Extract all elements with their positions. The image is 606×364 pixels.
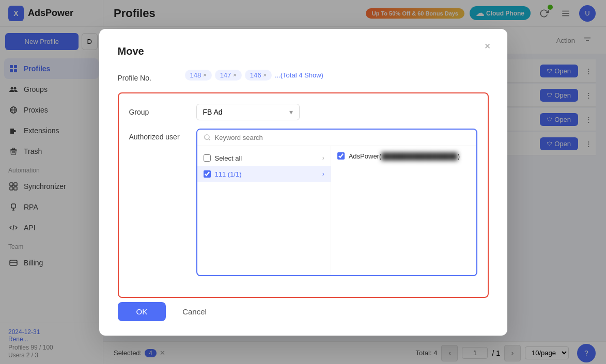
remove-tag-147[interactable]: ×	[233, 72, 236, 78]
search-icon	[204, 134, 211, 141]
group-select-value: FB Ad	[203, 108, 223, 116]
right-user-email: ████████████████	[381, 152, 457, 160]
profile-tag-148: 148 ×	[185, 70, 212, 81]
modal-actions: OK Cancel	[118, 302, 489, 321]
group-row: Group FB Ad ▾	[129, 104, 477, 120]
auth-user-label: Authorized user	[129, 129, 196, 141]
group-111-label: 111 (1/1)	[215, 170, 242, 178]
select-all-item[interactable]: Select all ›	[197, 150, 331, 166]
right-user-checkbox[interactable]	[337, 152, 345, 160]
group-select[interactable]: FB Ad ▾	[196, 104, 300, 120]
select-all-arrow-icon: ›	[322, 154, 324, 162]
more-tags-link[interactable]: ...(Total 4 Show)	[275, 71, 323, 79]
profile-tag-147: 147 ×	[215, 70, 242, 81]
select-all-label: Select all	[215, 154, 242, 162]
profile-tags: 148 × 147 × 146 × ...(Total 4 Show)	[185, 70, 489, 81]
move-modal: Move × Profile No. 148 × 147 × 146 ×	[99, 29, 507, 336]
auth-user-body: Select all › 111 (1/1) ›	[197, 146, 476, 275]
group-select-area: FB Ad ▾	[196, 104, 477, 120]
profile-no-label: Profile No.	[118, 70, 185, 82]
group-select-arrow-icon: ▾	[289, 108, 293, 116]
move-config-section: Group FB Ad ▾ Authorized user	[118, 92, 489, 298]
auth-user-box-area: Select all › 111 (1/1) ›	[196, 129, 477, 276]
cancel-button[interactable]: Cancel	[172, 302, 217, 321]
profile-tags-area: 148 × 147 × 146 × ...(Total 4 Show)	[185, 70, 489, 81]
group-111-item[interactable]: 111 (1/1) ›	[197, 166, 331, 182]
auth-left-panel: Select all › 111 (1/1) ›	[197, 146, 331, 275]
remove-tag-146[interactable]: ×	[263, 72, 266, 78]
right-user-name: AdsPower(████████████████)	[349, 152, 460, 160]
profile-tag-146: 146 ×	[245, 70, 272, 81]
modal-title: Move	[118, 45, 489, 57]
modal-overlay: Move × Profile No. 148 × 147 × 146 ×	[0, 0, 606, 364]
group-111-checkbox[interactable]	[204, 170, 211, 178]
auth-user-box: Select all › 111 (1/1) ›	[196, 129, 477, 276]
select-all-checkbox[interactable]	[204, 154, 211, 162]
ok-button[interactable]: OK	[118, 302, 166, 321]
auth-search-input[interactable]	[215, 134, 470, 141]
svg-point-23	[204, 135, 209, 139]
modal-close-button[interactable]: ×	[480, 39, 495, 54]
profile-no-row: Profile No. 148 × 147 × 146 ×	[118, 70, 489, 82]
group-111-arrow-icon: ›	[322, 170, 324, 178]
svg-line-24	[208, 139, 210, 140]
auth-search-bar	[197, 130, 476, 146]
auth-user-row: Authorized user Sel	[129, 129, 477, 276]
remove-tag-148[interactable]: ×	[203, 72, 206, 78]
group-label: Group	[129, 104, 196, 116]
auth-right-panel: AdsPower(████████████████)	[331, 146, 476, 275]
right-user-item: AdsPower(████████████████)	[337, 150, 470, 162]
